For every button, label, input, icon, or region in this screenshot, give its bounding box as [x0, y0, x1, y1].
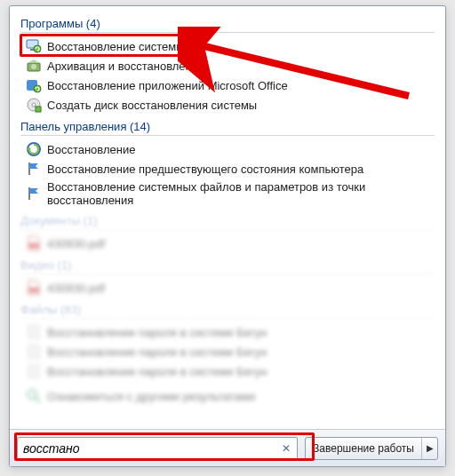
svg-rect-17	[28, 345, 39, 358]
result-label: Восстановление пароля в системе Бегун	[47, 365, 267, 378]
result-system-restore[interactable]: Восстановление системы	[20, 36, 435, 56]
result-label: Восстановление пароля в системе Бегун	[47, 326, 267, 339]
svg-rect-16	[28, 326, 39, 338]
result-prev-state[interactable]: Восстановление предшествующего состояния…	[20, 159, 435, 178]
svg-line-20	[36, 398, 40, 402]
disc-icon	[26, 97, 42, 113]
svg-rect-9	[36, 107, 41, 112]
result-label: Восстановление приложений Microsoft Offi…	[47, 79, 288, 92]
result-video[interactable]: 430930.pdf	[20, 278, 435, 298]
flag-icon	[26, 161, 42, 177]
result-label: Восстановление системы	[47, 40, 185, 53]
result-label: Восстановление предшествующего состояния…	[47, 163, 363, 176]
file-icon	[26, 344, 42, 360]
start-menu-search-panel: Программы (4) Восстановление системы Арх…	[9, 5, 446, 467]
file-icon	[26, 324, 42, 340]
result-label: 430930.pdf	[47, 282, 105, 295]
result-file[interactable]: Восстановление пароля в системе Бегун	[20, 322, 435, 342]
result-backup-restore[interactable]: Архивация и восстановление	[20, 56, 435, 75]
svg-point-2	[34, 45, 41, 52]
svg-rect-14	[28, 243, 39, 248]
result-label: Восстановление пароля в системе Бегун	[47, 345, 267, 359]
more-results-label: Ознакомиться с другими результатами	[47, 390, 255, 403]
result-doc[interactable]: 430930.pdf	[20, 234, 435, 253]
clear-search-icon[interactable]: ✕	[280, 442, 292, 455]
flag-icon	[26, 186, 42, 202]
section-header-documents: Документы (1)	[20, 209, 435, 230]
recovery-icon	[26, 141, 42, 157]
result-create-restore-disk[interactable]: Создать диск восстановления системы	[20, 95, 435, 115]
section-header-files: Файлы (83)	[20, 298, 435, 319]
result-label: Восстановление системных файлов и параме…	[47, 180, 435, 207]
result-label: Архивация и восстановление	[47, 60, 204, 73]
svg-rect-15	[28, 288, 39, 292]
footer-bar: ✕ Завершение работы ▶	[10, 429, 445, 466]
section-header-programs: Программы (4)	[20, 12, 435, 33]
office-restore-icon	[26, 77, 42, 93]
result-recovery[interactable]: Восстановление	[20, 139, 435, 159]
search-input[interactable]	[17, 437, 298, 460]
backup-icon	[26, 58, 42, 74]
result-file[interactable]: Восстановление пароля в системе Бегун	[20, 342, 435, 361]
results-area: Программы (4) Восстановление системы Арх…	[10, 6, 445, 429]
result-label: 430930.pdf	[47, 237, 105, 250]
more-results-link[interactable]: Ознакомиться с другими результатами	[20, 386, 435, 406]
shutdown-button[interactable]: Завершение работы ▶	[305, 437, 438, 460]
svg-point-4	[31, 64, 36, 69]
search-icon	[26, 388, 42, 404]
result-file[interactable]: Восстановление пароля в системе Бегун	[20, 361, 435, 381]
search-wrap: ✕	[17, 437, 298, 460]
section-header-control-panel: Панель управления (14)	[20, 115, 435, 136]
result-label: Восстановление	[47, 143, 135, 156]
pdf-icon	[26, 280, 42, 296]
result-label: Создать диск восстановления системы	[47, 99, 257, 112]
result-restore-point[interactable]: Восстановление системных файлов и параме…	[20, 178, 435, 209]
pdf-icon	[26, 235, 42, 251]
file-icon	[26, 363, 42, 379]
svg-point-8	[32, 103, 36, 107]
shutdown-label: Завершение работы	[306, 438, 421, 459]
shutdown-options-arrow-icon[interactable]: ▶	[421, 438, 437, 459]
monitor-restore-icon	[26, 38, 42, 54]
svg-point-19	[28, 390, 36, 399]
svg-point-6	[34, 85, 41, 92]
section-header-video: Видео (1)	[20, 253, 435, 274]
result-office-restore[interactable]: Восстановление приложений Microsoft Offi…	[20, 75, 435, 95]
blurred-sections: Документы (1) 430930.pdf Видео (1) 43093…	[20, 209, 435, 406]
svg-rect-18	[28, 365, 39, 377]
